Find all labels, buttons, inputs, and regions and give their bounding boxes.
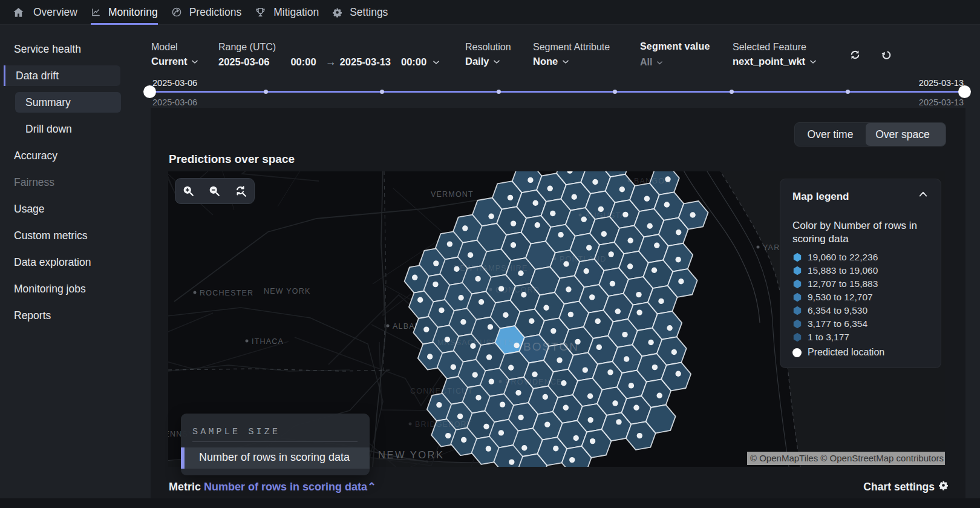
svg-text:PROVIDENCE: PROVIDENCE	[505, 378, 563, 386]
svg-text:BOSTON: BOSTON	[523, 340, 579, 353]
svg-text:NEW HAMPSHIRE: NEW HAMPSHIRE	[454, 264, 528, 272]
svg-text:NEW YORK: NEW YORK	[264, 287, 310, 295]
svg-text:VERMONT: VERMONT	[431, 190, 474, 199]
svg-text:BRIDGEPORT: BRIDGEPORT	[415, 420, 472, 429]
svg-text:CONNECTICUT: CONNECTICUT	[410, 387, 473, 395]
svg-text:ITHACA: ITHACA	[252, 337, 284, 346]
svg-text:AUGUSTA: AUGUSTA	[585, 211, 626, 220]
svg-text:ROCHESTER: ROCHESTER	[200, 289, 253, 297]
svg-text:NEW YORK: NEW YORK	[378, 449, 445, 460]
